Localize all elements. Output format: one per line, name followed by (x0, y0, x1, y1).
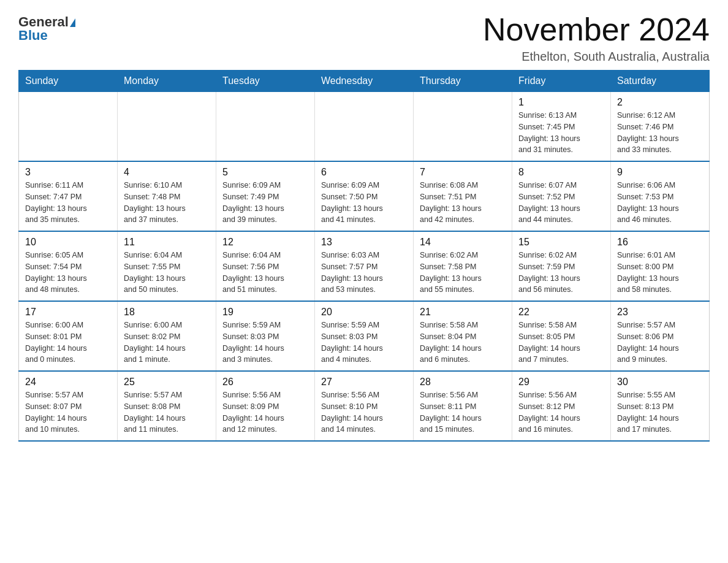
day-number: 22 (518, 307, 604, 318)
day-number: 29 (518, 377, 604, 388)
day-number: 26 (222, 377, 308, 388)
day-info: Sunrise: 6:05 AM Sunset: 7:54 PM Dayligh… (25, 250, 111, 296)
day-number: 16 (617, 237, 703, 248)
calendar-cell: 28Sunrise: 5:56 AM Sunset: 8:11 PM Dayli… (414, 371, 512, 441)
calendar-header-friday: Friday (512, 71, 611, 92)
calendar-cell: 18Sunrise: 6:00 AM Sunset: 8:02 PM Dayli… (118, 301, 216, 371)
calendar-cell: 1Sunrise: 6:13 AM Sunset: 7:45 PM Daylig… (512, 92, 611, 162)
day-info: Sunrise: 6:00 AM Sunset: 8:02 PM Dayligh… (124, 320, 210, 366)
day-info: Sunrise: 5:59 AM Sunset: 8:03 PM Dayligh… (222, 320, 308, 366)
calendar-cell: 22Sunrise: 5:58 AM Sunset: 8:05 PM Dayli… (512, 301, 611, 371)
calendar-week-row: 1Sunrise: 6:13 AM Sunset: 7:45 PM Daylig… (19, 92, 710, 162)
logo: General Blue (18, 12, 75, 42)
calendar-cell: 8Sunrise: 6:07 AM Sunset: 7:52 PM Daylig… (512, 161, 611, 231)
calendar-cell: 14Sunrise: 6:02 AM Sunset: 7:58 PM Dayli… (414, 231, 512, 301)
day-number: 3 (25, 167, 111, 178)
day-info: Sunrise: 5:56 AM Sunset: 8:09 PM Dayligh… (222, 389, 308, 435)
calendar-cell: 29Sunrise: 5:56 AM Sunset: 8:12 PM Dayli… (512, 371, 611, 441)
logo-blue-text: Blue (18, 28, 48, 43)
day-info: Sunrise: 5:57 AM Sunset: 8:07 PM Dayligh… (25, 389, 111, 435)
calendar-cell: 16Sunrise: 6:01 AM Sunset: 8:00 PM Dayli… (611, 231, 710, 301)
logo-triangle-icon (70, 18, 75, 27)
day-number: 2 (617, 97, 703, 108)
day-info: Sunrise: 5:55 AM Sunset: 8:13 PM Dayligh… (617, 389, 703, 435)
calendar-cell: 24Sunrise: 5:57 AM Sunset: 8:07 PM Dayli… (19, 371, 118, 441)
calendar-cell: 12Sunrise: 6:04 AM Sunset: 7:56 PM Dayli… (216, 231, 315, 301)
calendar-cell: 4Sunrise: 6:10 AM Sunset: 7:48 PM Daylig… (118, 161, 216, 231)
calendar-cell: 27Sunrise: 5:56 AM Sunset: 8:10 PM Dayli… (315, 371, 414, 441)
calendar-cell (315, 92, 414, 162)
calendar-cell: 30Sunrise: 5:55 AM Sunset: 8:13 PM Dayli… (611, 371, 710, 441)
day-info: Sunrise: 6:13 AM Sunset: 7:45 PM Dayligh… (518, 110, 604, 156)
calendar-cell: 21Sunrise: 5:58 AM Sunset: 8:04 PM Dayli… (414, 301, 512, 371)
day-number: 19 (222, 307, 308, 318)
day-info: Sunrise: 5:58 AM Sunset: 8:04 PM Dayligh… (420, 320, 506, 366)
calendar-week-row: 24Sunrise: 5:57 AM Sunset: 8:07 PM Dayli… (19, 371, 710, 441)
day-info: Sunrise: 5:59 AM Sunset: 8:03 PM Dayligh… (321, 320, 407, 366)
calendar-cell (414, 92, 512, 162)
calendar-header-saturday: Saturday (611, 71, 710, 92)
day-number: 23 (617, 307, 703, 318)
calendar-week-row: 17Sunrise: 6:00 AM Sunset: 8:01 PM Dayli… (19, 301, 710, 371)
day-info: Sunrise: 6:01 AM Sunset: 8:00 PM Dayligh… (617, 250, 703, 296)
calendar-cell: 17Sunrise: 6:00 AM Sunset: 8:01 PM Dayli… (19, 301, 118, 371)
day-number: 5 (222, 167, 308, 178)
day-info: Sunrise: 6:09 AM Sunset: 7:50 PM Dayligh… (321, 180, 407, 226)
day-number: 20 (321, 307, 407, 318)
calendar-header-sunday: Sunday (19, 71, 118, 92)
day-info: Sunrise: 5:56 AM Sunset: 8:11 PM Dayligh… (420, 389, 506, 435)
day-number: 15 (518, 237, 604, 248)
day-info: Sunrise: 6:10 AM Sunset: 7:48 PM Dayligh… (124, 180, 210, 226)
calendar-cell: 25Sunrise: 5:57 AM Sunset: 8:08 PM Dayli… (118, 371, 216, 441)
calendar-cell: 2Sunrise: 6:12 AM Sunset: 7:46 PM Daylig… (611, 92, 710, 162)
calendar-cell: 23Sunrise: 5:57 AM Sunset: 8:06 PM Dayli… (611, 301, 710, 371)
logo-top: General (18, 15, 75, 29)
day-number: 1 (518, 97, 604, 108)
day-number: 12 (222, 237, 308, 248)
day-number: 24 (25, 377, 111, 388)
calendar-cell (118, 92, 216, 162)
day-number: 6 (321, 167, 407, 178)
day-info: Sunrise: 6:04 AM Sunset: 7:55 PM Dayligh… (124, 250, 210, 296)
day-info: Sunrise: 6:11 AM Sunset: 7:47 PM Dayligh… (25, 180, 111, 226)
title-section: November 2024 Ethelton, South Australia,… (483, 12, 710, 64)
day-info: Sunrise: 6:00 AM Sunset: 8:01 PM Dayligh… (25, 320, 111, 366)
day-number: 18 (124, 307, 210, 318)
day-number: 25 (124, 377, 210, 388)
calendar-cell: 6Sunrise: 6:09 AM Sunset: 7:50 PM Daylig… (315, 161, 414, 231)
day-number: 7 (420, 167, 506, 178)
calendar-cell: 19Sunrise: 5:59 AM Sunset: 8:03 PM Dayli… (216, 301, 315, 371)
calendar-cell: 11Sunrise: 6:04 AM Sunset: 7:55 PM Dayli… (118, 231, 216, 301)
calendar-header-monday: Monday (118, 71, 216, 92)
day-number: 17 (25, 307, 111, 318)
calendar-cell: 3Sunrise: 6:11 AM Sunset: 7:47 PM Daylig… (19, 161, 118, 231)
day-number: 10 (25, 237, 111, 248)
calendar-week-row: 3Sunrise: 6:11 AM Sunset: 7:47 PM Daylig… (19, 161, 710, 231)
calendar-cell: 5Sunrise: 6:09 AM Sunset: 7:49 PM Daylig… (216, 161, 315, 231)
day-info: Sunrise: 6:06 AM Sunset: 7:53 PM Dayligh… (617, 180, 703, 226)
day-number: 28 (420, 377, 506, 388)
calendar-cell: 7Sunrise: 6:08 AM Sunset: 7:51 PM Daylig… (414, 161, 512, 231)
day-info: Sunrise: 5:56 AM Sunset: 8:12 PM Dayligh… (518, 389, 604, 435)
calendar-header-thursday: Thursday (414, 71, 512, 92)
day-info: Sunrise: 6:07 AM Sunset: 7:52 PM Dayligh… (518, 180, 604, 226)
day-number: 21 (420, 307, 506, 318)
calendar-header-row: SundayMondayTuesdayWednesdayThursdayFrid… (19, 71, 710, 92)
day-number: 4 (124, 167, 210, 178)
day-info: Sunrise: 5:57 AM Sunset: 8:06 PM Dayligh… (617, 320, 703, 366)
day-info: Sunrise: 5:58 AM Sunset: 8:05 PM Dayligh… (518, 320, 604, 366)
month-title: November 2024 (483, 12, 710, 47)
calendar-week-row: 10Sunrise: 6:05 AM Sunset: 7:54 PM Dayli… (19, 231, 710, 301)
day-number: 14 (420, 237, 506, 248)
calendar-cell: 13Sunrise: 6:03 AM Sunset: 7:57 PM Dayli… (315, 231, 414, 301)
calendar-header-tuesday: Tuesday (216, 71, 315, 92)
calendar-cell (19, 92, 118, 162)
day-info: Sunrise: 6:02 AM Sunset: 7:59 PM Dayligh… (518, 250, 604, 296)
calendar-header-wednesday: Wednesday (315, 71, 414, 92)
day-info: Sunrise: 6:09 AM Sunset: 7:49 PM Dayligh… (222, 180, 308, 226)
calendar-cell (216, 92, 315, 162)
calendar-cell: 15Sunrise: 6:02 AM Sunset: 7:59 PM Dayli… (512, 231, 611, 301)
day-info: Sunrise: 6:04 AM Sunset: 7:56 PM Dayligh… (222, 250, 308, 296)
page-header: General Blue November 2024 Ethelton, Sou… (18, 12, 710, 64)
day-number: 8 (518, 167, 604, 178)
